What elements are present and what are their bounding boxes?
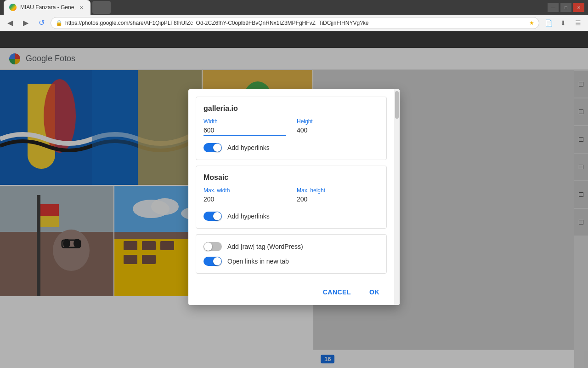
tab-close-button[interactable]: ✕ xyxy=(78,4,85,11)
raw-tag-label: Add [raw] tag (WordPress) xyxy=(227,243,303,250)
browser-actions: 📄 ⬇ ☰ xyxy=(542,17,584,29)
window-controls: — □ ✕ xyxy=(548,3,584,12)
galleria-height-input[interactable] xyxy=(297,126,379,135)
address-bar[interactable]: 🔒 https://photos.google.com/share/AF1Qip… xyxy=(51,17,539,29)
mosaic-section: Mosaic Max. width Max. height xyxy=(196,166,387,229)
back-button[interactable]: ◀ xyxy=(4,17,17,29)
minimize-button[interactable]: — xyxy=(548,3,559,12)
mosaic-title: Mosaic xyxy=(204,173,379,182)
galleria-title: galleria.io xyxy=(204,104,379,113)
galleria-height-group: Height xyxy=(297,118,379,136)
galleria-fields-row: Width Height xyxy=(204,118,379,136)
bookmark-star-icon[interactable]: ★ xyxy=(529,20,534,26)
tab-title: MIAU Fanzara - Gene xyxy=(20,4,74,11)
title-bar: MIAU Fanzara - Gene ✕ — □ ✕ xyxy=(0,0,588,15)
raw-tag-toggle[interactable] xyxy=(204,242,222,251)
content-area: Google Fotos xyxy=(0,48,588,368)
forward-button[interactable]: ▶ xyxy=(19,17,32,29)
scrollbar-thumb xyxy=(395,91,399,119)
menu-icon[interactable]: ☰ xyxy=(571,17,584,29)
galleria-hyperlinks-thumb xyxy=(213,144,221,152)
dialog-content: galleria.io Width Height xyxy=(188,97,394,274)
galleria-hyperlinks-row: Add hyperlinks xyxy=(204,143,379,152)
settings-dialog: galleria.io Width Height xyxy=(188,89,400,305)
tab-favicon xyxy=(9,4,17,11)
galleria-width-label: Width xyxy=(204,118,286,125)
maximize-button[interactable]: □ xyxy=(560,3,571,12)
browser-chrome: MIAU Fanzara - Gene ✕ — □ ✕ ◀ ▶ ↺ 🔒 http… xyxy=(0,0,588,31)
download-icon[interactable]: ⬇ xyxy=(557,17,570,29)
url-text: https://photos.google.com/share/AF1QipPL… xyxy=(65,20,526,26)
new-tab-row: Open links in new tab xyxy=(204,257,379,266)
mosaic-max-width-label: Max. width xyxy=(204,187,286,194)
mosaic-hyperlinks-thumb xyxy=(213,212,221,220)
mosaic-fields-row: Max. width Max. height xyxy=(204,187,379,204)
mosaic-max-height-input[interactable] xyxy=(297,195,379,204)
dialog-overlay: galleria.io Width Height xyxy=(0,48,588,368)
refresh-button[interactable]: ↺ xyxy=(35,17,48,29)
raw-tag-row: Add [raw] tag (WordPress) xyxy=(204,242,379,251)
dialog-scrollbar[interactable] xyxy=(394,89,400,305)
galleria-height-label: Height xyxy=(297,118,379,125)
new-tab-toggle[interactable] xyxy=(204,257,222,266)
galleria-hyperlinks-toggle[interactable] xyxy=(204,143,222,152)
new-tab-label: Open links in new tab xyxy=(227,258,289,265)
dialog-actions: CANCEL OK xyxy=(188,279,394,305)
new-tab-thumb xyxy=(213,257,221,265)
mosaic-width-group: Max. width xyxy=(204,187,286,204)
reader-icon[interactable]: 📄 xyxy=(542,17,555,29)
mosaic-hyperlinks-label: Add hyperlinks xyxy=(227,213,270,220)
galleria-hyperlinks-label: Add hyperlinks xyxy=(227,144,270,151)
mosaic-hyperlinks-row: Add hyperlinks xyxy=(204,212,379,221)
nav-bar: ◀ ▶ ↺ 🔒 https://photos.google.com/share/… xyxy=(0,15,588,31)
mosaic-max-height-label: Max. height xyxy=(297,187,379,194)
lock-icon: 🔒 xyxy=(56,20,62,26)
new-tab-area xyxy=(92,1,111,14)
galleria-width-input[interactable] xyxy=(204,126,286,136)
raw-tag-thumb xyxy=(204,242,212,251)
galleria-width-group: Width xyxy=(204,118,286,136)
galleria-section: galleria.io Width Height xyxy=(196,97,387,160)
browser-tab[interactable]: MIAU Fanzara - Gene ✕ xyxy=(4,0,90,15)
cancel-button[interactable]: CANCEL xyxy=(316,285,358,299)
mosaic-height-group: Max. height xyxy=(297,187,379,204)
close-button[interactable]: ✕ xyxy=(573,3,584,12)
mosaic-hyperlinks-toggle[interactable] xyxy=(204,212,222,221)
ok-button[interactable]: OK xyxy=(362,285,387,299)
mosaic-max-width-input[interactable] xyxy=(204,195,286,204)
options-section: Add [raw] tag (WordPress) Open links in … xyxy=(196,234,387,274)
